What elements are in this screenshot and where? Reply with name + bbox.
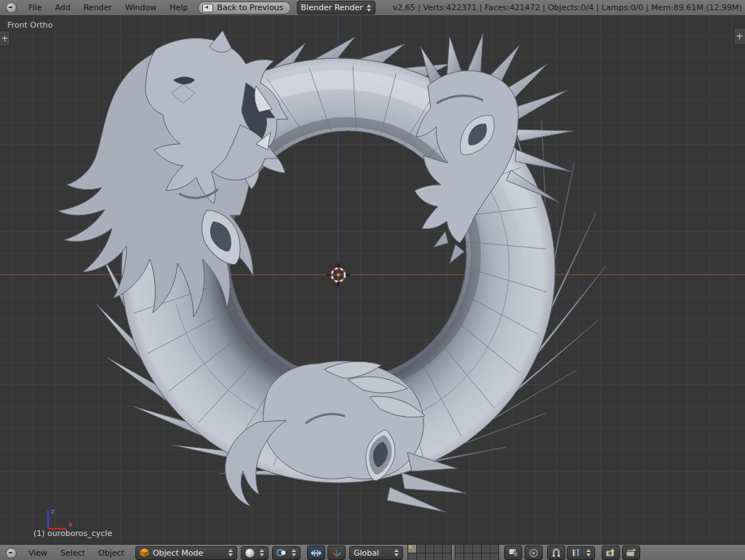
- layer-toggle-11[interactable]: [455, 545, 463, 553]
- translate-arrows-icon: [311, 549, 322, 557]
- layer-toggle-16[interactable]: [455, 553, 463, 560]
- layer-toggle-10[interactable]: [443, 553, 451, 560]
- manipulator-translate-toggle[interactable]: [307, 545, 325, 560]
- layer-toggle-12[interactable]: [464, 545, 472, 553]
- menu-view[interactable]: View: [22, 548, 54, 558]
- menu-add[interactable]: Add: [48, 3, 76, 12]
- clapperboard-icon: [626, 548, 636, 557]
- back-to-previous-button[interactable]: Back to Previous: [198, 1, 290, 15]
- shading-sphere-icon: [245, 548, 255, 558]
- updown-arrows-icon: [228, 549, 233, 556]
- layer-toggle-5[interactable]: [443, 545, 451, 553]
- proportional-edit-button[interactable]: [525, 545, 543, 560]
- proportional-edit-icon: [529, 548, 538, 558]
- render-engine-select[interactable]: Blender Render: [297, 1, 375, 15]
- layers-group-2[interactable]: [455, 544, 499, 560]
- layer-toggle-15[interactable]: [490, 545, 498, 553]
- opengl-render-anim-button[interactable]: [622, 545, 640, 560]
- ouroboros-model[interactable]: [0, 16, 745, 544]
- axis-x-label: x: [68, 521, 73, 528]
- layer-toggle-19[interactable]: [482, 553, 490, 560]
- cursor-3d: [325, 262, 351, 288]
- menu-object[interactable]: Object: [92, 548, 131, 558]
- layer-toggle-17[interactable]: [464, 553, 472, 560]
- menu-render[interactable]: Render: [77, 3, 119, 12]
- info-header: File Add Render Window Help Back to Prev…: [0, 0, 745, 16]
- snap-magnet-icon: [551, 548, 561, 558]
- snap-increment-icon: [571, 548, 581, 557]
- updown-arrows-icon: [586, 549, 591, 556]
- menu-help[interactable]: Help: [163, 3, 194, 12]
- layer-toggle-4[interactable]: [434, 545, 442, 553]
- lock-to-scene-button[interactable]: [504, 545, 522, 560]
- layer-toggle-20[interactable]: [490, 553, 498, 560]
- updown-arrows-icon: [292, 549, 296, 556]
- layer-toggle-18[interactable]: [473, 553, 481, 560]
- layer-toggle-7[interactable]: [417, 553, 425, 560]
- layer-object-dot: [409, 545, 412, 548]
- axis-z-label: z: [51, 508, 55, 515]
- lion-head: [58, 31, 288, 317]
- scene-stats: v2.65 | Verts:422371 | Faces:421472 | Ob…: [393, 3, 745, 12]
- axis-gizmo: z x: [29, 502, 77, 537]
- layer-toggle-9[interactable]: [434, 553, 442, 560]
- object-mode-cube-icon: [140, 548, 149, 557]
- view-name-label: Front Ortho: [7, 20, 53, 30]
- toolshelf-expand-tab[interactable]: +: [0, 31, 10, 47]
- pivot-point-select[interactable]: [272, 546, 300, 560]
- pivot-icon: [276, 548, 287, 557]
- mode-select[interactable]: Object Mode: [135, 546, 237, 560]
- viewport-shading-select[interactable]: [241, 546, 268, 560]
- transform-orientation-select[interactable]: Global: [349, 546, 403, 560]
- updown-arrows-icon: [260, 549, 264, 556]
- axis-cross-icon: [332, 548, 341, 558]
- layer-toggle-2[interactable]: [417, 545, 425, 553]
- scene-lock-icon: [509, 548, 518, 557]
- menu-select[interactable]: Select: [54, 548, 92, 558]
- layer-toggle-3[interactable]: [426, 545, 434, 553]
- manipulator-axis-button[interactable]: [327, 545, 346, 560]
- opengl-render-button[interactable]: [602, 545, 620, 560]
- snap-element-select[interactable]: [567, 546, 595, 560]
- render-camera-icon: [605, 548, 615, 557]
- layer-toggle-6[interactable]: [408, 553, 416, 560]
- updown-arrows-icon: [394, 549, 399, 556]
- layers-group-1[interactable]: [407, 544, 452, 560]
- layer-toggle-13[interactable]: [473, 545, 481, 553]
- layer-toggle-1[interactable]: [408, 545, 416, 553]
- viewport-3d[interactable]: Front Ortho (1) ouroboros_cycle z x + +: [0, 16, 745, 544]
- blender-window: File Add Render Window Help Back to Prev…: [0, 0, 745, 560]
- back-arrow-icon: [202, 4, 213, 12]
- updown-arrows-icon: [367, 4, 371, 12]
- properties-expand-tab[interactable]: +: [733, 28, 745, 45]
- view3d-header: View Select Object Object Mode: [0, 544, 745, 560]
- layer-toggle-14[interactable]: [482, 545, 490, 553]
- menu-file[interactable]: File: [22, 3, 48, 12]
- layer-toggle-8[interactable]: [426, 553, 434, 560]
- snap-toggle-button[interactable]: [547, 545, 565, 560]
- editor-type-icon[interactable]: [6, 2, 17, 13]
- editor-type-icon[interactable]: [6, 548, 17, 559]
- menu-window[interactable]: Window: [119, 3, 163, 12]
